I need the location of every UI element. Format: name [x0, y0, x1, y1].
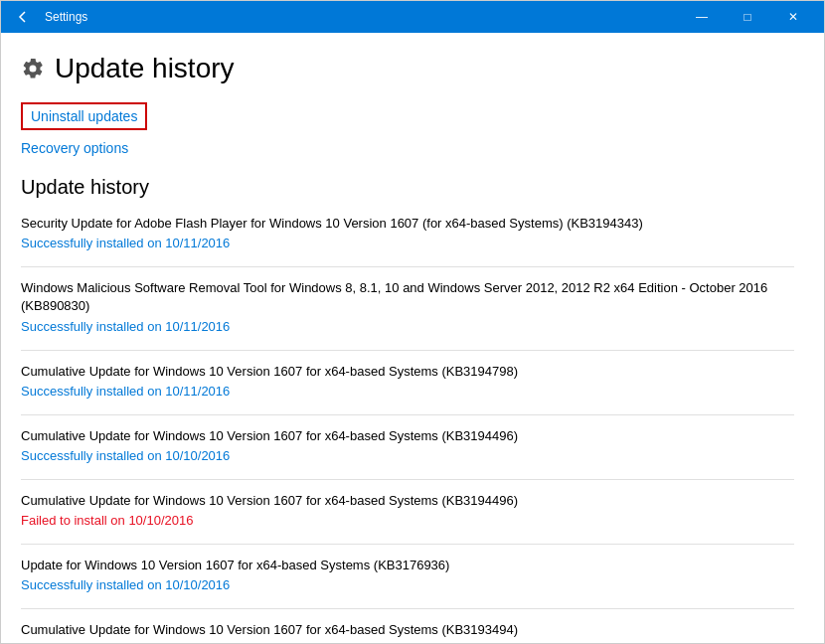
- update-status: Successfully installed on 10/11/2016: [21, 384, 794, 399]
- main-content: Update history Uninstall updates Recover…: [1, 33, 824, 643]
- update-status: Successfully installed on 10/11/2016: [21, 319, 794, 334]
- update-status: Successfully installed on 10/10/2016: [21, 577, 794, 592]
- update-name: Cumulative Update for Windows 10 Version…: [21, 492, 794, 510]
- update-name: Update for Windows 10 Version 1607 for x…: [21, 557, 794, 574]
- update-status: Successfully installed on 10/10/2016: [21, 643, 794, 644]
- update-name: Cumulative Update for Windows 10 Version…: [21, 427, 794, 445]
- uninstall-updates-button[interactable]: Uninstall updates: [21, 102, 147, 130]
- titlebar: Settings — □ ✕: [1, 1, 824, 33]
- update-item: Windows Malicious Software Removal Tool …: [21, 279, 794, 333]
- update-name: Cumulative Update for Windows 10 Version…: [21, 621, 794, 639]
- divider: [21, 608, 794, 609]
- gear-icon: [21, 57, 45, 80]
- app-window: Settings — □ ✕ Update history Uninstall …: [0, 0, 825, 644]
- window-controls: — □ ✕: [679, 1, 816, 33]
- back-button[interactable]: [9, 3, 37, 31]
- divider: [21, 350, 794, 351]
- divider: [21, 414, 794, 415]
- titlebar-title: Settings: [45, 10, 679, 24]
- recovery-options-link[interactable]: Recovery options: [21, 140, 794, 156]
- divider: [21, 266, 794, 267]
- update-item: Cumulative Update for Windows 10 Version…: [21, 492, 794, 528]
- update-item: Security Update for Adobe Flash Player f…: [21, 215, 794, 250]
- minimize-button[interactable]: —: [679, 1, 725, 33]
- update-item: Cumulative Update for Windows 10 Version…: [21, 621, 794, 643]
- update-name: Cumulative Update for Windows 10 Version…: [21, 363, 794, 381]
- page-title: Update history: [55, 53, 235, 84]
- divider: [21, 544, 794, 545]
- update-name: Windows Malicious Software Removal Tool …: [21, 279, 794, 315]
- update-status: Failed to install on 10/10/2016: [21, 513, 794, 528]
- update-item: Update for Windows 10 Version 1607 for x…: [21, 557, 794, 592]
- update-item: Cumulative Update for Windows 10 Version…: [21, 427, 794, 463]
- maximize-button[interactable]: □: [725, 1, 770, 33]
- update-status: Successfully installed on 10/11/2016: [21, 236, 794, 250]
- divider: [21, 479, 794, 480]
- close-button[interactable]: ✕: [770, 1, 816, 33]
- updates-list: Security Update for Adobe Flash Player f…: [21, 215, 794, 643]
- section-title: Update history: [21, 176, 794, 199]
- content-area: Update history Uninstall updates Recover…: [1, 33, 824, 643]
- update-status: Successfully installed on 10/10/2016: [21, 448, 794, 463]
- update-name: Security Update for Adobe Flash Player f…: [21, 215, 794, 233]
- page-header: Update history: [21, 53, 794, 84]
- update-item: Cumulative Update for Windows 10 Version…: [21, 363, 794, 399]
